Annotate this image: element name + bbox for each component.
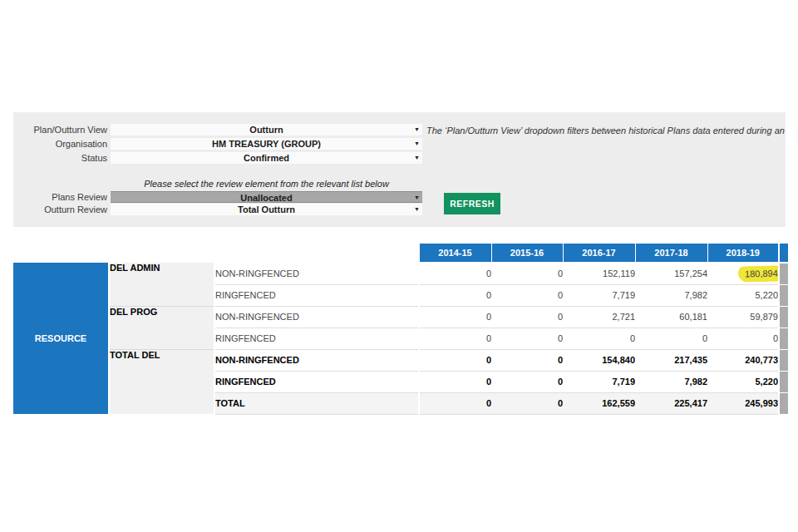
cell-value: 0 (707, 328, 779, 349)
table-header-row: 2014-15 2015-16 2016-17 2017-18 2018-19 (13, 244, 788, 263)
table-row: DEL PROG NON-RINGFENCED 0 0 2,721 60,181… (13, 306, 788, 328)
clipped-column-cell (779, 328, 788, 349)
table-row: RESOURCE DEL ADMIN NON-RINGFENCED 0 0 15… (13, 263, 788, 284)
cell-value: 0 (491, 306, 563, 328)
plan-outturn-view-dropdown[interactable]: Outturn ▼ (111, 124, 422, 135)
cell-value: 0 (419, 328, 491, 349)
cell-value: 7,982 (635, 371, 707, 392)
status-label: Status (13, 152, 107, 164)
outturn-data-table: 2014-15 2015-16 2016-17 2017-18 2018-19 … (13, 244, 788, 415)
year-header-2017-18: 2017-18 (635, 244, 707, 263)
cell-value: 245,993 (707, 392, 779, 414)
cell-value: 0 (491, 349, 563, 371)
year-header-2015-16: 2015-16 (491, 244, 563, 263)
group-label-total-del: TOTAL DEL (109, 349, 214, 414)
cell-value: 162,559 (563, 392, 635, 414)
status-value: Confirmed (244, 153, 289, 163)
status-dropdown[interactable]: Confirmed ▼ (111, 152, 422, 164)
cell-value: 5,220 (707, 371, 779, 392)
outturn-review-dropdown[interactable]: Total Outturn ▼ (111, 204, 422, 215)
cell-value: 0 (491, 263, 563, 284)
group-label-del-prog: DEL PROG (109, 306, 214, 349)
category-label: RINGFENCED (214, 328, 419, 349)
cell-value: 7,719 (563, 284, 635, 306)
plans-review-value: Unallocated (240, 193, 292, 203)
filter-panel: Plan/Outturn View Outturn ▼ Organisation… (13, 112, 786, 227)
chevron-down-icon[interactable]: ▼ (414, 124, 420, 135)
cell-value: 217,435 (635, 349, 707, 371)
plans-review-label: Plans Review (13, 191, 107, 203)
cell-value: 225,417 (635, 392, 707, 414)
header-spacer (109, 244, 214, 263)
outturn-review-label: Outturn Review (13, 204, 107, 215)
year-header-2016-17: 2016-17 (563, 244, 635, 263)
cell-value: 0 (563, 328, 635, 349)
page: Plan/Outturn View Outturn ▼ Organisation… (0, 0, 798, 532)
clipped-column-cell (779, 392, 788, 414)
cell-value: 240,773 (707, 349, 779, 371)
cell-value: 59,879 (707, 306, 779, 328)
plan-outturn-view-label: Plan/Outturn View (13, 124, 107, 135)
category-label: NON-RINGFENCED (214, 263, 419, 284)
resource-row-header: RESOURCE (13, 263, 109, 414)
refresh-button[interactable]: REFRESH (444, 193, 500, 214)
header-spacer (214, 244, 419, 263)
cell-value: 0 (419, 371, 491, 392)
cell-value: 0 (419, 306, 491, 328)
clipped-column-cell (779, 349, 788, 371)
organisation-dropdown[interactable]: HM TREASURY (GROUP) ▼ (111, 138, 422, 150)
chevron-down-icon[interactable]: ▼ (414, 138, 420, 150)
table-row: TOTAL DEL NON-RINGFENCED 0 0 154,840 217… (13, 349, 788, 371)
cell-value: 0 (491, 328, 563, 349)
chevron-down-icon[interactable]: ▼ (414, 192, 420, 204)
cell-value: 152,119 (563, 263, 635, 284)
category-label: RINGFENCED (214, 284, 419, 306)
cell-value: 0 (419, 263, 491, 284)
clipped-column-header (779, 244, 788, 263)
clipped-column-cell (779, 371, 788, 392)
cell-value: 5,220 (707, 284, 779, 306)
chevron-down-icon[interactable]: ▼ (414, 204, 420, 215)
highlight-marker: 180,894 (738, 265, 779, 282)
organisation-value: HM TREASURY (GROUP) (212, 139, 321, 149)
cell-value: 0 (419, 392, 491, 414)
clipped-column-cell (779, 263, 788, 284)
cell-value: 7,982 (635, 284, 707, 306)
review-instruction-text: Please select the review element from th… (111, 179, 422, 189)
cell-value: 60,181 (635, 306, 707, 328)
group-label-del-admin: DEL ADMIN (109, 263, 214, 306)
cell-value: 7,719 (563, 371, 635, 392)
clipped-column-cell (779, 306, 788, 328)
outturn-review-value: Total Outturn (238, 204, 295, 214)
plan-outturn-view-help-text: The ‘Plan/Outturn View’ dropdown filters… (426, 125, 786, 136)
year-header-2014-15: 2014-15 (419, 244, 491, 263)
cell-value: 157,254 (635, 263, 707, 284)
cell-value: 154,840 (563, 349, 635, 371)
organisation-label: Organisation (13, 138, 107, 150)
cell-value: 0 (491, 284, 563, 306)
category-label: NON-RINGFENCED (214, 306, 419, 328)
plans-review-dropdown[interactable]: Unallocated ▼ (111, 191, 422, 203)
chevron-down-icon[interactable]: ▼ (414, 152, 420, 164)
cell-value: 0 (491, 371, 563, 392)
highlighted-cell: 180,894 (707, 263, 779, 284)
category-label: TOTAL (214, 392, 419, 414)
cell-value: 2,721 (563, 306, 635, 328)
category-label: RINGFENCED (214, 371, 419, 392)
cell-value: 0 (419, 284, 491, 306)
cell-value: 0 (419, 349, 491, 371)
header-spacer (13, 244, 109, 263)
clipped-column-cell (779, 284, 788, 306)
category-label: NON-RINGFENCED (214, 349, 419, 371)
year-header-2018-19: 2018-19 (707, 244, 779, 263)
plan-outturn-view-value: Outturn (249, 125, 283, 135)
cell-value: 0 (635, 328, 707, 349)
cell-value: 0 (491, 392, 563, 414)
